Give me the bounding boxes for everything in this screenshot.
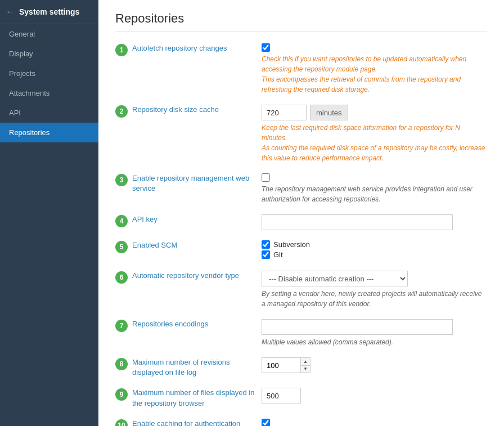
sidebar-item-label: API bbox=[9, 109, 21, 117]
sidebar-title: System settings bbox=[19, 7, 79, 16]
auth-cache-checkbox[interactable] bbox=[262, 419, 270, 426]
spinner-buttons: ▲ ▼ bbox=[301, 357, 310, 373]
badge-6: 6 bbox=[115, 271, 128, 284]
git-wrapper: Git bbox=[262, 250, 487, 259]
sidebar-header[interactable]: ← System settings bbox=[0, 0, 98, 24]
control-max-files bbox=[262, 388, 487, 403]
setting-row-4: 4 API key bbox=[115, 214, 487, 230]
label-max-revisions: Maximum number of revisions displayed on… bbox=[132, 357, 256, 378]
webservice-checkbox[interactable] bbox=[262, 173, 270, 182]
label-encodings: Repositories encodings bbox=[132, 319, 208, 329]
sidebar-item-attachments[interactable]: Attachments bbox=[0, 83, 98, 103]
control-api-key bbox=[262, 214, 487, 230]
setting-label-6: 6 Automatic repository vendor type bbox=[115, 271, 262, 284]
badge-1: 1 bbox=[115, 44, 128, 56]
label-api-key: API key bbox=[132, 214, 158, 225]
spinner-down-button[interactable]: ▼ bbox=[301, 366, 310, 373]
subversion-checkbox[interactable] bbox=[262, 240, 270, 249]
badge-5: 5 bbox=[115, 241, 128, 253]
git-label: Git bbox=[273, 250, 283, 259]
badge-8: 8 bbox=[115, 358, 128, 370]
autofetch-checkbox[interactable] bbox=[262, 43, 270, 52]
control-disk-cache: minutes Keep the last required disk spac… bbox=[262, 105, 487, 163]
label-disk-cache: Repository disk size cache bbox=[132, 105, 219, 115]
setting-row-10: 10 Enable caching for authentication req… bbox=[115, 419, 487, 426]
setting-label-4: 4 API key bbox=[115, 214, 262, 227]
label-autofetch: Autofetch repository changes bbox=[132, 43, 227, 53]
disk-cache-input-row: minutes bbox=[262, 105, 487, 120]
setting-row-9: 9 Maximum number of files displayed in t… bbox=[115, 388, 487, 408]
sidebar-item-label: General bbox=[9, 30, 35, 38]
vendor-type-description: By setting a vendor here, newly created … bbox=[262, 289, 487, 309]
setting-label-8: 8 Maximum number of revisions displayed … bbox=[115, 357, 262, 378]
max-revisions-input[interactable] bbox=[262, 357, 301, 373]
control-max-revisions: ▲ ▼ bbox=[262, 357, 487, 373]
page-title: Repositories bbox=[115, 11, 487, 32]
sidebar-item-repositories[interactable]: Repositories bbox=[0, 123, 98, 142]
sidebar-item-label: Projects bbox=[9, 69, 35, 78]
autofetch-checkbox-wrapper bbox=[262, 43, 487, 52]
badge-9: 9 bbox=[115, 388, 128, 401]
setting-row-2: 2 Repository disk size cache minutes Kee… bbox=[115, 105, 487, 163]
control-enabled-scm: Subversion Git bbox=[262, 240, 487, 261]
label-max-files: Maximum number of files displayed in the… bbox=[132, 388, 256, 408]
sidebar-item-label: Attachments bbox=[9, 89, 50, 97]
setting-row-8: 8 Maximum number of revisions displayed … bbox=[115, 357, 487, 378]
badge-3: 3 bbox=[115, 174, 128, 186]
setting-label-2: 2 Repository disk size cache bbox=[115, 105, 262, 118]
control-encodings: Multiple values allowed (comma separated… bbox=[262, 319, 487, 347]
webservice-checkbox-wrapper bbox=[262, 173, 487, 182]
badge-10: 10 bbox=[115, 419, 128, 426]
sidebar-item-label: Display bbox=[9, 50, 33, 58]
encodings-input[interactable] bbox=[262, 319, 453, 335]
setting-label-1: 1 Autofetch repository changes bbox=[115, 43, 262, 56]
sidebar-item-label: Repositories bbox=[9, 128, 50, 137]
setting-label-3: 3 Enable repository management web servi… bbox=[115, 173, 262, 194]
back-arrow-icon[interactable]: ← bbox=[6, 7, 15, 17]
spinner-up-button[interactable]: ▲ bbox=[301, 358, 310, 366]
badge-4: 4 bbox=[115, 215, 128, 227]
badge-7: 7 bbox=[115, 320, 128, 332]
subversion-label: Subversion bbox=[273, 240, 310, 249]
label-webservice: Enable repository management web service bbox=[132, 173, 256, 194]
webservice-description: The repository management web service pr… bbox=[262, 184, 487, 204]
disk-cache-unit: minutes bbox=[310, 105, 348, 120]
autofetch-description: Check this if you want repositories to b… bbox=[262, 54, 487, 95]
api-key-input[interactable] bbox=[262, 214, 453, 230]
max-files-input[interactable] bbox=[262, 388, 301, 403]
setting-row-7: 7 Repositories encodings Multiple values… bbox=[115, 319, 487, 347]
encodings-description: Multiple values allowed (comma separated… bbox=[262, 337, 487, 347]
setting-row-3: 3 Enable repository management web servi… bbox=[115, 173, 487, 204]
badge-2: 2 bbox=[115, 105, 128, 118]
disk-cache-input[interactable] bbox=[262, 105, 307, 120]
sidebar-item-api[interactable]: API bbox=[0, 103, 98, 123]
label-vendor-type: Automatic repository vendor type bbox=[132, 271, 239, 281]
setting-label-10: 10 Enable caching for authentication req… bbox=[115, 419, 262, 426]
setting-label-9: 9 Maximum number of files displayed in t… bbox=[115, 388, 262, 408]
main-content: Repositories 1 Autofetch repository chan… bbox=[98, 0, 504, 426]
setting-row-1: 1 Autofetch repository changes Check thi… bbox=[115, 43, 487, 95]
control-vendor-type: --- Disable automatic creation --- By se… bbox=[262, 271, 487, 309]
sidebar-item-projects[interactable]: Projects bbox=[0, 64, 98, 83]
sidebar-item-display[interactable]: Display bbox=[0, 44, 98, 64]
sidebar-item-general[interactable]: General bbox=[0, 24, 98, 44]
git-checkbox[interactable] bbox=[262, 250, 270, 259]
auth-cache-checkbox-wrapper bbox=[262, 419, 487, 426]
subversion-wrapper: Subversion bbox=[262, 240, 487, 249]
control-auth-cache bbox=[262, 419, 487, 426]
max-revisions-spinner: ▲ ▼ bbox=[262, 357, 487, 373]
sidebar: ← System settings General Display Projec… bbox=[0, 0, 98, 426]
label-enabled-scm: Enabled SCM bbox=[132, 240, 177, 250]
vendor-type-select[interactable]: --- Disable automatic creation --- bbox=[262, 271, 408, 286]
setting-row-6: 6 Automatic repository vendor type --- D… bbox=[115, 271, 487, 309]
setting-row-5: 5 Enabled SCM Subversion Git bbox=[115, 240, 487, 261]
control-webservice: The repository management web service pr… bbox=[262, 173, 487, 204]
setting-label-7: 7 Repositories encodings bbox=[115, 319, 262, 332]
label-auth-cache: Enable caching for authentication reques… bbox=[132, 419, 256, 426]
setting-label-5: 5 Enabled SCM bbox=[115, 240, 262, 253]
disk-cache-description: Keep the last required disk space inform… bbox=[262, 123, 487, 163]
control-autofetch: Check this if you want repositories to b… bbox=[262, 43, 487, 95]
